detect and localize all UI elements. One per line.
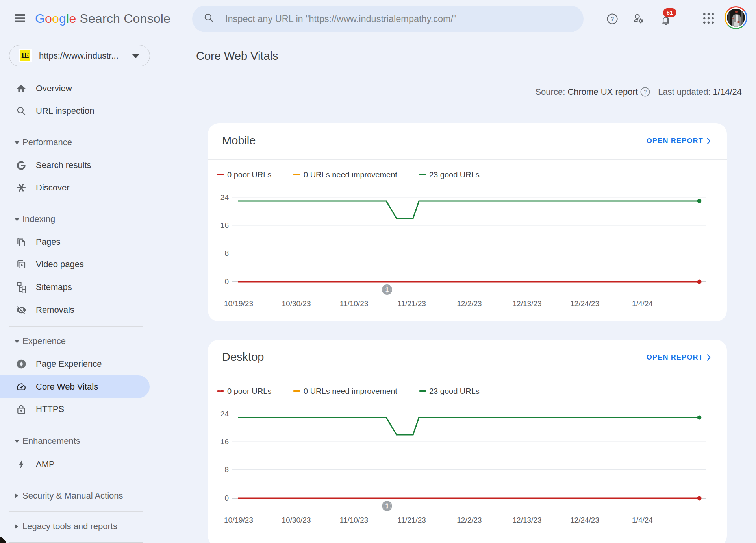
svg-text:12/2/23: 12/2/23 <box>457 516 482 524</box>
svg-text:10/30/23: 10/30/23 <box>282 516 311 524</box>
svg-text:11/21/23: 11/21/23 <box>397 299 426 308</box>
svg-text:16: 16 <box>220 221 229 229</box>
svg-text:11/10/23: 11/10/23 <box>340 299 369 308</box>
svg-text:?: ? <box>611 15 614 22</box>
svg-text:12/24/23: 12/24/23 <box>570 516 599 524</box>
svg-text:24: 24 <box>220 193 229 201</box>
svg-text:10/19/23: 10/19/23 <box>224 516 253 524</box>
svg-text:?: ? <box>644 89 647 95</box>
svg-text:12/2/23: 12/2/23 <box>457 299 482 308</box>
svg-text:12/13/23: 12/13/23 <box>513 516 542 524</box>
svg-text:8: 8 <box>224 465 229 474</box>
svg-text:8: 8 <box>224 249 229 257</box>
svg-text:1/4/24: 1/4/24 <box>632 299 653 308</box>
svg-text:1: 1 <box>385 502 389 510</box>
svg-text:11/21/23: 11/21/23 <box>397 516 426 524</box>
svg-text:10/30/23: 10/30/23 <box>282 299 311 308</box>
svg-text:0: 0 <box>224 494 229 502</box>
svg-text:16: 16 <box>220 438 229 446</box>
svg-text:1/4/24: 1/4/24 <box>632 516 653 524</box>
svg-text:1: 1 <box>385 286 389 293</box>
svg-text:24: 24 <box>220 410 229 418</box>
svg-text:10/19/23: 10/19/23 <box>224 299 253 308</box>
svg-text:12/13/23: 12/13/23 <box>513 299 542 308</box>
svg-text:12/24/23: 12/24/23 <box>570 299 599 308</box>
svg-text:11/10/23: 11/10/23 <box>340 516 369 524</box>
svg-text:0: 0 <box>224 277 229 286</box>
